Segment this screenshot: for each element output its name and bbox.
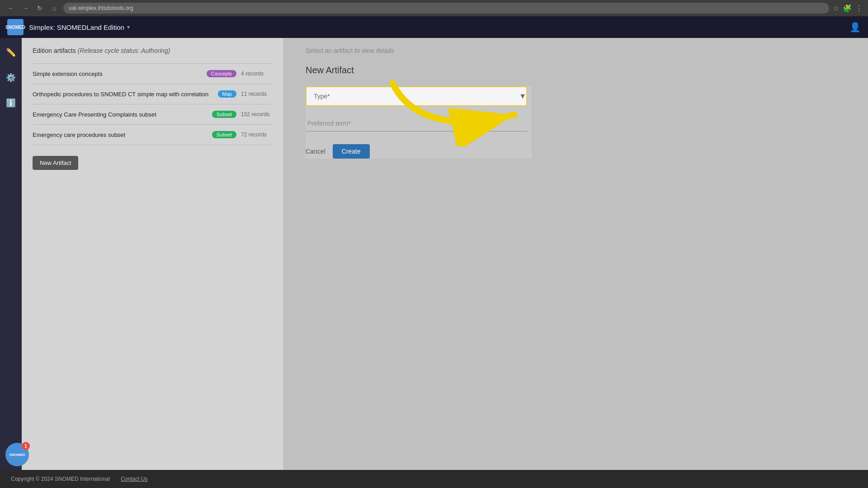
new-artifact-button[interactable]: New Artifact xyxy=(33,156,78,170)
snomed-badge-text: SNOMED xyxy=(9,453,25,457)
sidebar-nav: ✏️ ⚙️ ℹ️ xyxy=(0,38,22,470)
left-panel: Edition artifacts (Release cycle status:… xyxy=(22,38,284,470)
artifact-record-count: 72 records xyxy=(241,131,273,138)
artifact-name: Emergency care procedures subset xyxy=(33,131,208,138)
artifact-name: Orthopedic procedures to SNOMED CT simpl… xyxy=(33,91,213,98)
footer: Copyright © 2024 SNOMED International Co… xyxy=(0,470,868,488)
extensions-button[interactable]: 🧩 xyxy=(843,4,852,13)
type-select[interactable]: Type* xyxy=(306,86,527,106)
sidebar-item-edit[interactable]: ✏️ xyxy=(4,45,18,60)
artifact-item[interactable]: Simple extension concepts Concepts 4 rec… xyxy=(33,63,273,84)
artifact-name: Emergency Care Presenting Complaints sub… xyxy=(33,111,208,118)
artifact-list: Simple extension concepts Concepts 4 rec… xyxy=(33,63,273,145)
footer-contact-link[interactable]: Contact Us xyxy=(121,476,147,482)
create-button[interactable]: Create xyxy=(333,144,370,159)
artifact-record-count: 4 records xyxy=(241,70,273,77)
logo-text: SNOMED xyxy=(5,25,25,30)
app-title: Simplex: SNOMEDLand Edition ▾ xyxy=(29,23,130,31)
panel-header-title: Edition artifacts xyxy=(33,47,76,54)
artifact-record-count: 152 records xyxy=(241,111,273,117)
browser-actions: ☆ 🧩 ⋮ xyxy=(833,4,863,13)
title-dropdown-arrow[interactable]: ▾ xyxy=(127,24,130,30)
type-select-wrapper: Type* ▼ xyxy=(306,86,532,106)
content-area: Edition artifacts (Release cycle status:… xyxy=(22,38,868,470)
home-button[interactable]: ⌂ xyxy=(49,3,60,14)
artifact-item[interactable]: Emergency Care Presenting Complaints sub… xyxy=(33,104,273,125)
sidebar-item-settings[interactable]: ⚙️ xyxy=(4,70,18,85)
bookmark-button[interactable]: ☆ xyxy=(833,4,839,13)
app-title-text: Simplex: SNOMEDLand Edition xyxy=(29,23,124,31)
url-bar[interactable]: uat-simplex.ihtsdotools.org xyxy=(63,3,829,14)
snomed-notification-badge: 1 xyxy=(22,442,30,450)
preferred-term-input[interactable] xyxy=(306,115,527,131)
right-panel: Select an artifact to view details New A… xyxy=(284,38,868,470)
artifact-record-count: 11 records xyxy=(241,91,273,97)
artifact-badge-subset: Subset xyxy=(212,131,236,138)
forward-button[interactable]: → xyxy=(20,3,31,14)
back-button[interactable]: ← xyxy=(5,3,16,14)
snomed-badge[interactable]: SNOMED 1 xyxy=(5,443,29,466)
main-layout: ✏️ ⚙️ ℹ️ Edition artifacts (Release cycl… xyxy=(0,38,868,470)
artifact-item[interactable]: Emergency care procedures subset Subset … xyxy=(33,125,273,145)
sidebar-item-info[interactable]: ℹ️ xyxy=(4,96,18,110)
form-actions: Cancel Create xyxy=(306,144,532,159)
artifact-item[interactable]: Orthopedic procedures to SNOMED CT simpl… xyxy=(33,84,273,104)
browser-chrome: ← → ↻ ⌂ uat-simplex.ihtsdotools.org ☆ 🧩 … xyxy=(0,0,868,16)
artifact-badge-subset: Subset xyxy=(212,111,236,118)
panel-header-status: (Release cycle status: Authoring) xyxy=(78,47,170,54)
app-header: SNOMED Simplex: SNOMEDLand Edition ▾ 👤 xyxy=(0,16,868,38)
user-menu-button[interactable]: 👤 xyxy=(849,22,861,33)
refresh-button[interactable]: ↻ xyxy=(34,3,45,14)
panel-header: Edition artifacts (Release cycle status:… xyxy=(33,47,273,54)
menu-button[interactable]: ⋮ xyxy=(855,4,863,13)
artifact-badge-map: Map xyxy=(218,90,236,98)
new-artifact-title: New Artifact xyxy=(306,65,846,75)
cancel-button[interactable]: Cancel xyxy=(306,148,326,155)
app-logo: SNOMED xyxy=(7,19,24,35)
artifact-badge-concepts: Concepts xyxy=(207,70,236,77)
new-artifact-form: Type* ▼ Cancel Create xyxy=(306,86,532,159)
url-text: uat-simplex.ihtsdotools.org xyxy=(69,5,133,11)
right-panel-hint: Select an artifact to view details xyxy=(306,47,846,54)
artifact-name: Simple extension concepts xyxy=(33,70,202,77)
footer-copyright: Copyright © 2024 SNOMED International xyxy=(11,476,110,482)
